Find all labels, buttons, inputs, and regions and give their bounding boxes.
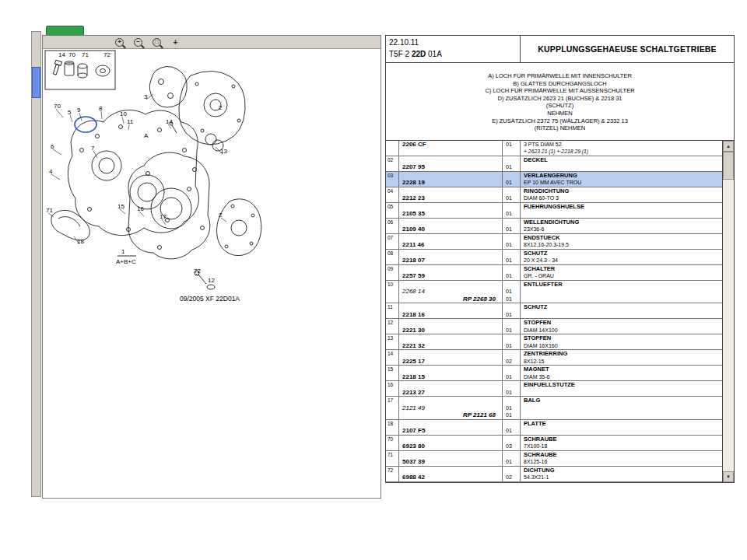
cell-idx: 04 (386, 187, 399, 202)
parts-table-row[interactable]: 092257 5901SCHALTERGR. - GRAU (386, 265, 722, 281)
cell-desc: BALG (521, 397, 722, 419)
cell-desc: SCHALTERGR. - GRAU (521, 265, 722, 280)
diagram-callout[interactable]: 10 (120, 110, 127, 117)
parts-table-row[interactable]: 132221 3201STOPFENDIAM 16X160 (386, 334, 722, 350)
legend-formula: A+B+C (116, 258, 136, 265)
parts-table-row[interactable]: 102268 14RP 2268 300101ENTLUEFTER (386, 281, 722, 304)
washer-part-72 (96, 65, 110, 76)
diagram-callout[interactable]: 70 (54, 103, 61, 110)
diagram-callout[interactable]: 4 (49, 168, 53, 175)
diagram-callout[interactable]: 6 (51, 143, 54, 150)
doc-code-prefix: T5F 2 (389, 50, 412, 58)
cell-idx: 08 (386, 250, 399, 264)
doc-info: 22.10.11 T5F 2 22D 01A (386, 36, 521, 62)
parts-table-row[interactable]: 715037 3901SCHRAUBE8X125-16 (386, 451, 722, 467)
cell-qty: 01 (503, 451, 521, 466)
parts-table-row[interactable]: 042212 2301RINGDICHTUNGDIAM 60-TO 3 (386, 187, 722, 203)
diagram-callout[interactable]: 8 (99, 105, 103, 112)
diagram-callout[interactable]: 14 (58, 51, 65, 58)
parts-table-row[interactable]: 182107 F501PLATTE (386, 420, 722, 436)
cell-desc: EINFUELLSTUTZE (521, 381, 722, 396)
cell-desc: SCHRAUBE8X125-16 (521, 451, 722, 466)
diagram-callout[interactable]: 16 (137, 205, 144, 212)
diagram-callout[interactable]: 15 (117, 203, 124, 210)
parts-table-row[interactable]: 022207 9501DECKEL (386, 156, 722, 172)
table-scrollbar[interactable]: ▲ ▼ (722, 141, 734, 482)
scrollbar-thumb[interactable] (723, 152, 734, 180)
cell-qty: 01 (503, 172, 521, 187)
cell-desc: ENDSTUECK8X12.16-20.3-19.5 (521, 234, 722, 249)
parts-table-row[interactable]: 062109 4001WELLENDICHTUNG23X36-6 (386, 219, 722, 234)
notes-block: A) LOCH FÜR PRIMÄRWELLE MIT INNENSCHULTE… (386, 63, 734, 141)
cell-qty: 03 (503, 436, 521, 450)
side-strip-handle[interactable] (32, 67, 40, 98)
cell-part: 2218 15 (399, 366, 503, 380)
cell-idx: 15 (386, 366, 399, 380)
diagram-callout[interactable]: A (144, 132, 149, 139)
cell-part: 2105 35 (399, 203, 503, 218)
parts-table-row[interactable]: 082218 0701SCHUTZ20 X 24.3 - 34 (386, 250, 722, 265)
cell-desc: STOPFENDIAM 14X100 (521, 319, 722, 334)
pan-icon[interactable]: + (169, 37, 182, 47)
cell-desc: DECKEL (521, 156, 722, 171)
note-line: C) LOCH FÜR PRIMÄRWELLE MIT AUSSENSCHULT… (386, 87, 734, 95)
cell-part: 6923 80 (399, 436, 503, 450)
parts-table-row[interactable]: 142225 1702ZENTRIERRING8X12-15 (386, 350, 722, 366)
zoom-window-icon[interactable]: □ (150, 37, 163, 47)
highlighted-part-marker (75, 117, 96, 132)
scroll-up-icon[interactable]: ▲ (723, 141, 734, 152)
parts-table-row[interactable]: 162213 2701EINFUELLSTUTZE (386, 381, 722, 397)
cell-part: 2207 95 (399, 156, 503, 171)
scroll-down-icon[interactable]: ▼ (723, 471, 734, 482)
zoom-out-icon[interactable]: − (132, 37, 145, 47)
parts-table-row[interactable]: 726988 4202DICHTUNG54.3X21-1 (386, 467, 722, 482)
parts-table-row[interactable]: 112218 1601SCHUTZ (386, 303, 722, 319)
cell-desc: STOPFENDIAM 16X160 (521, 334, 722, 349)
cell-idx: 72 (386, 467, 399, 481)
cell-qty: 01 (503, 381, 521, 396)
cell-qty: 01 (503, 420, 521, 435)
diagram-callout[interactable]: 18 (77, 238, 84, 245)
cell-desc: FUEHRUNGSHUELSE (521, 203, 722, 218)
diagram-callout[interactable]: 72 (103, 51, 110, 58)
cell-qty: 01 (503, 334, 521, 349)
parts-table-row[interactable]: 2206 CF013 PTS DIAM 52+ 2623 21 (1) + 22… (386, 141, 722, 156)
parts-table-row[interactable]: 052105 3501FUEHRUNGSHUELSE (386, 203, 722, 219)
cell-part: 2213 27 (399, 381, 503, 396)
scrollbar-track[interactable] (723, 180, 734, 471)
cell-desc: SCHUTZ (521, 303, 722, 318)
parts-table-row[interactable]: 122221 3001STOPFENDIAM 14X100 (386, 319, 722, 334)
diagram-callout[interactable]: 9 (77, 107, 81, 114)
parts-table-row[interactable]: 172121 49RP 2121 680101BALG (386, 397, 722, 420)
diagram-callout[interactable]: 2 (219, 104, 223, 111)
cell-qty: 01 (503, 265, 521, 280)
cell-qty: 01 (503, 366, 521, 380)
zoom-in-icon[interactable]: + (113, 37, 126, 47)
diagram-callout[interactable]: 71 (82, 51, 89, 58)
parts-table-row[interactable]: 032228 1901VERLAENGERUNGEP 10 MM AVEC TR… (386, 172, 722, 187)
parts-table-row[interactable]: 152218 1501MAGNETDIAM 35-6 (386, 366, 722, 381)
cell-part: 2257 59 (399, 265, 503, 280)
diagram-callout[interactable]: 70 (68, 51, 75, 58)
cell-qty: 01 (503, 234, 521, 249)
cell-idx: 17 (386, 397, 399, 419)
parts-table-row[interactable]: 072211 4601ENDSTUECK8X12.16-20.3-19.5 (386, 234, 722, 250)
diagram-callout[interactable]: 17 (160, 213, 167, 220)
cell-part: 2218 16 (399, 303, 503, 318)
diagram-callout[interactable]: 11 (127, 118, 134, 125)
diagram-callout[interactable]: 14 (166, 118, 173, 125)
diagram-callout[interactable]: 7 (91, 145, 95, 152)
doc-code-suffix: 01A (426, 50, 442, 58)
diagram-callout[interactable]: 12 (208, 277, 215, 284)
sleeve-part-71 (78, 64, 87, 78)
diagram-callout[interactable]: 13 (220, 148, 227, 155)
diagram-callout[interactable]: 3 (144, 93, 148, 100)
diagram-callout[interactable]: 2 (219, 212, 223, 219)
diagram-callout[interactable]: 72 (194, 268, 201, 275)
parts-table: 2206 CF013 PTS DIAM 52+ 2623 21 (1) + 22… (386, 141, 734, 482)
parts-table-row[interactable]: 706923 8003SCHRAUBE7X100-18 (386, 436, 722, 451)
diagram-callout[interactable]: 71 (46, 207, 53, 214)
note-line: A) LOCH FÜR PRIMÄRWELLE MIT INNENSCHULTE… (386, 72, 734, 80)
cell-idx: 11 (386, 303, 399, 318)
diagram-callout[interactable]: 5 (68, 109, 72, 116)
